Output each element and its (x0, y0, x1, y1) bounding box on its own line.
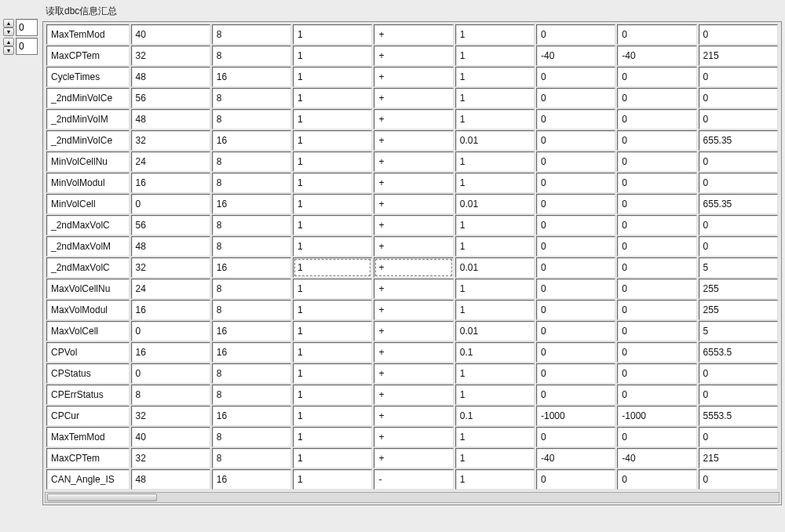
signal-name-cell[interactable]: _2ndMinVolCe (46, 88, 130, 108)
data-cell[interactable]: 0 (617, 215, 696, 235)
data-cell[interactable]: 24 (131, 279, 210, 299)
data-cell[interactable]: 8 (212, 109, 291, 129)
data-cell[interactable]: + (374, 215, 453, 235)
data-cell[interactable]: 8 (212, 384, 291, 405)
data-cell[interactable]: 0 (536, 194, 615, 214)
data-cell[interactable]: + (374, 257, 453, 278)
data-cell[interactable]: 8 (212, 46, 291, 66)
data-cell[interactable]: 1 (293, 215, 372, 235)
data-cell[interactable]: 0 (536, 257, 615, 278)
data-cell[interactable]: 0 (536, 321, 615, 341)
signal-name-cell[interactable]: _2ndMaxVolM (46, 236, 130, 257)
data-cell[interactable]: 48 (131, 67, 210, 87)
signal-name-cell[interactable]: MinVolCellNu (46, 151, 130, 172)
data-cell[interactable]: + (374, 279, 453, 299)
data-cell[interactable]: 1 (455, 363, 535, 384)
data-cell[interactable]: 1 (293, 427, 372, 447)
scroll-thumb[interactable] (47, 494, 157, 501)
signal-name-cell[interactable]: MaxVolModul (46, 300, 130, 320)
data-cell[interactable]: 8 (212, 215, 291, 235)
data-cell[interactable]: 0 (131, 194, 210, 214)
data-cell[interactable]: 1 (293, 406, 372, 426)
data-cell[interactable]: 8 (212, 427, 291, 447)
data-cell[interactable]: - (374, 469, 453, 490)
data-cell[interactable]: + (374, 321, 453, 341)
data-cell[interactable]: 16 (131, 300, 210, 320)
data-cell[interactable]: 8 (131, 384, 210, 405)
data-cell[interactable]: 655.35 (699, 130, 778, 151)
data-cell[interactable]: 5 (699, 257, 778, 278)
data-cell[interactable]: 1 (455, 24, 535, 45)
data-cell[interactable]: 0 (617, 88, 696, 108)
data-cell[interactable]: 0 (617, 300, 696, 320)
data-cell[interactable]: 1 (455, 173, 535, 193)
data-cell[interactable]: 0 (617, 236, 696, 257)
data-cell[interactable]: 24 (131, 151, 210, 172)
data-cell[interactable]: 5 (699, 321, 778, 341)
data-cell[interactable]: 16 (131, 173, 210, 193)
col-index-field[interactable]: 0 (16, 38, 38, 55)
data-cell[interactable]: 0 (699, 109, 778, 129)
data-cell[interactable]: 0 (131, 363, 210, 384)
data-cell[interactable]: 1 (455, 384, 535, 405)
data-cell[interactable]: + (374, 109, 453, 129)
data-cell[interactable]: + (374, 448, 453, 468)
signal-name-cell[interactable]: CycleTimes (46, 67, 130, 87)
data-cell[interactable]: 0 (617, 321, 696, 341)
data-cell[interactable]: -40 (536, 46, 615, 66)
data-cell[interactable]: 0 (617, 342, 696, 363)
data-cell[interactable]: 0 (617, 469, 696, 490)
data-cell[interactable]: 16 (212, 406, 291, 426)
data-cell[interactable]: 1 (293, 321, 372, 341)
data-cell[interactable]: + (374, 88, 453, 108)
data-cell[interactable]: + (374, 173, 453, 193)
data-cell[interactable]: + (374, 194, 453, 214)
data-cell[interactable]: 1 (455, 469, 535, 490)
data-cell[interactable]: 16 (212, 194, 291, 214)
signal-name-cell[interactable]: MaxTemMod (46, 24, 130, 45)
signal-name-cell[interactable]: MinVolModul (46, 173, 130, 193)
data-cell[interactable]: 1 (293, 257, 372, 278)
data-cell[interactable]: 255 (699, 279, 778, 299)
data-cell[interactable]: 32 (131, 448, 210, 468)
data-cell[interactable]: 655.35 (699, 194, 778, 214)
data-cell[interactable]: + (374, 406, 453, 426)
signal-name-cell[interactable]: _2ndMaxVolC (46, 257, 130, 278)
data-cell[interactable]: 1 (293, 67, 372, 87)
data-cell[interactable]: 1 (455, 279, 535, 299)
signal-name-cell[interactable]: _2ndMinVolCe (46, 130, 130, 151)
data-cell[interactable]: 8 (212, 363, 291, 384)
data-cell[interactable]: 0 (536, 427, 615, 447)
signal-name-cell[interactable]: MaxVolCellNu (46, 279, 130, 299)
data-cell[interactable]: 1 (455, 300, 535, 320)
signal-name-cell[interactable]: CPStatus (46, 363, 130, 384)
data-cell[interactable]: 1 (455, 427, 535, 447)
data-cell[interactable]: 1 (455, 236, 535, 257)
data-cell[interactable]: + (374, 24, 453, 45)
data-cell[interactable]: 255 (699, 300, 778, 320)
data-cell[interactable]: 0 (699, 173, 778, 193)
data-cell[interactable]: 1 (293, 173, 372, 193)
data-cell[interactable]: + (374, 151, 453, 172)
data-cell[interactable]: 1 (455, 46, 535, 66)
signal-name-cell[interactable]: MaxCPTem (46, 46, 130, 66)
data-cell[interactable]: 1 (293, 363, 372, 384)
data-cell[interactable]: 0 (617, 384, 696, 405)
data-cell[interactable]: 0 (617, 173, 696, 193)
data-cell[interactable]: -1000 (536, 406, 615, 426)
data-cell[interactable]: 16 (212, 321, 291, 341)
data-cell[interactable]: 1 (293, 109, 372, 129)
data-cell[interactable]: 0.01 (455, 321, 535, 341)
data-cell[interactable]: 32 (131, 130, 210, 151)
data-cell[interactable]: 40 (131, 24, 210, 45)
data-cell[interactable]: 1 (293, 448, 372, 468)
data-cell[interactable]: 0.1 (455, 342, 535, 363)
data-cell[interactable]: 0 (536, 215, 615, 235)
data-cell[interactable]: + (374, 130, 453, 151)
data-cell[interactable]: 0 (536, 67, 615, 87)
data-cell[interactable]: 16 (212, 342, 291, 363)
data-cell[interactable]: 0 (536, 88, 615, 108)
data-cell[interactable]: 0 (536, 342, 615, 363)
data-cell[interactable]: 0 (699, 67, 778, 87)
data-cell[interactable]: 0 (617, 130, 696, 151)
